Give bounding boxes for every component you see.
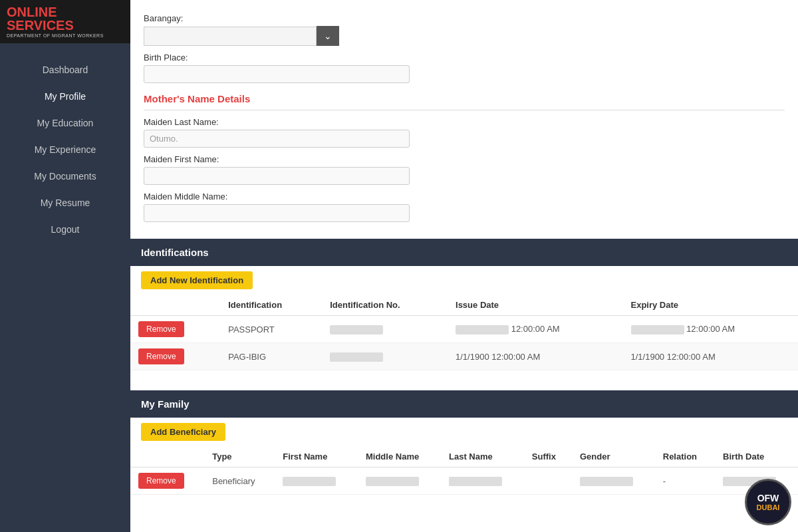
barangay-select-wrapper: ⌄ [144, 26, 785, 46]
family-row1-suffix [524, 467, 572, 495]
maiden-first-name-input[interactable] [144, 167, 410, 185]
sidebar-item-my-education[interactable]: My Education [0, 110, 130, 136]
logo-dept: DEPARTMENT OF MIGRANT WORKERS [7, 33, 104, 38]
ofw-badge: OFW DUBAI [745, 479, 791, 525]
birth-place-label: Birth Place: [144, 53, 785, 63]
family-row1-middlename [358, 467, 441, 495]
col-action [130, 295, 220, 316]
remove-pagibig-button[interactable]: Remove [138, 348, 184, 364]
maiden-last-name-label: Maiden Last Name: [144, 117, 785, 127]
family-row1-gender [572, 467, 655, 495]
col-expiry-date: Expiry Date [623, 295, 799, 316]
passport-issue-blur [456, 325, 509, 334]
col-id-no: Identification No. [322, 295, 448, 316]
dubai-text: DUBAI [757, 503, 780, 511]
passport-id-blur [330, 325, 383, 334]
birth-place-input[interactable] [144, 65, 410, 83]
table-row: Remove PAG-IBIG 1/1/1900 12:00:00 AM 1/1… [130, 343, 798, 370]
logo-block: ONLINE SERVICES DEPARTMENT OF MIGRANT WO… [7, 5, 104, 38]
divider-1 [144, 110, 785, 110]
row2-issue-date: 1/1/1900 12:00:00 AM [448, 343, 622, 370]
family-section: My Family Add Beneficiary Type First Nam… [130, 390, 798, 501]
row1-id-no [322, 316, 448, 343]
maiden-middle-name-input[interactable] [144, 204, 410, 222]
sidebar: ONLINE SERVICES DEPARTMENT OF MIGRANT WO… [0, 0, 130, 532]
pagibig-id-blur [330, 352, 383, 362]
sidebar-item-dashboard[interactable]: Dashboard [0, 57, 130, 83]
sidebar-item-my-profile[interactable]: My Profile [0, 83, 130, 110]
identifications-section: Identifications Add New Identification I… [130, 239, 798, 377]
family-col-birthdate: Birth Date [715, 446, 798, 467]
family-col-type: Type [204, 446, 275, 467]
family-mn-blur [366, 477, 419, 486]
row1-action: Remove [130, 316, 220, 343]
add-beneficiary-button[interactable]: Add Beneficiary [141, 423, 225, 441]
sidebar-nav: Dashboard My Profile My Education My Exp… [0, 43, 130, 243]
row1-issue-date: 12:00:00 AM [448, 316, 622, 343]
family-col-action [130, 446, 204, 467]
family-col-middlename: Middle Name [358, 446, 441, 467]
sidebar-item-my-resume[interactable]: My Resume [0, 190, 130, 216]
family-header: My Family [130, 390, 798, 418]
passport-issue-time: 12:00:00 AM [511, 324, 560, 334]
family-col-suffix: Suffix [524, 446, 572, 467]
passport-expiry-blur [631, 325, 684, 334]
col-issue-date: Issue Date [448, 295, 622, 316]
family-row1-action: Remove [130, 467, 204, 495]
barangay-input[interactable] [144, 27, 317, 46]
table-row: Remove Beneficiary - [130, 467, 798, 495]
barangay-dropdown-arrow[interactable]: ⌄ [317, 26, 339, 46]
family-col-firstname: First Name [275, 446, 358, 467]
family-fn-blur [283, 477, 336, 486]
family-row1-lastname [441, 467, 524, 495]
row2-expiry-date: 1/1/1900 12:00:00 AM [623, 343, 799, 370]
maiden-middle-name-label: Maiden Middle Name: [144, 192, 785, 201]
maiden-first-name-label: Maiden First Name: [144, 154, 785, 164]
add-identification-button[interactable]: Add New Identification [141, 271, 253, 289]
mothers-name-heading: Mother's Name Details [144, 93, 785, 104]
family-col-lastname: Last Name [441, 446, 524, 467]
remove-beneficiary-button[interactable]: Remove [138, 473, 184, 489]
logo-services: SERVICES [7, 19, 104, 32]
sidebar-item-logout[interactable]: Logout [0, 216, 130, 243]
family-table: Type First Name Middle Name Last Name Su… [130, 446, 798, 495]
col-identification: Identification [220, 295, 322, 316]
family-gender-blur [580, 477, 633, 486]
form-section: Barangay: ⌄ Birth Place: Mother's Name D… [130, 0, 798, 229]
maiden-last-name-input[interactable] [144, 130, 410, 148]
identifications-table-container: Identification Identification No. Issue … [130, 295, 798, 377]
passport-expiry-time: 12:00:00 AM [686, 324, 735, 334]
family-row1-type: Beneficiary [204, 467, 275, 495]
family-col-gender: Gender [572, 446, 655, 467]
row2-id-no [322, 343, 448, 370]
main-content: Barangay: ⌄ Birth Place: Mother's Name D… [130, 0, 798, 532]
row1-expiry-date: 12:00:00 AM [623, 316, 799, 343]
family-row1-firstname [275, 467, 358, 495]
logo-area: ONLINE SERVICES DEPARTMENT OF MIGRANT WO… [0, 0, 130, 43]
family-ln-blur [449, 477, 502, 486]
identifications-header: Identifications [130, 239, 798, 266]
row2-action: Remove [130, 343, 220, 370]
table-row: Remove PASSPORT 12:00:00 AM 12:00:00 AM [130, 316, 798, 343]
ofw-text: OFW [757, 493, 779, 503]
logo-online: ONLINE [7, 5, 104, 19]
family-col-relation: Relation [655, 446, 715, 467]
family-table-container: Type First Name Middle Name Last Name Su… [130, 446, 798, 501]
identifications-table: Identification Identification No. Issue … [130, 295, 798, 370]
sidebar-item-my-experience[interactable]: My Experience [0, 136, 130, 163]
row1-identification: PASSPORT [220, 316, 322, 343]
barangay-label: Barangay: [144, 13, 785, 23]
row2-identification: PAG-IBIG [220, 343, 322, 370]
remove-passport-button[interactable]: Remove [138, 321, 184, 337]
family-row1-relation: - [655, 467, 715, 495]
sidebar-item-my-documents[interactable]: My Documents [0, 163, 130, 190]
